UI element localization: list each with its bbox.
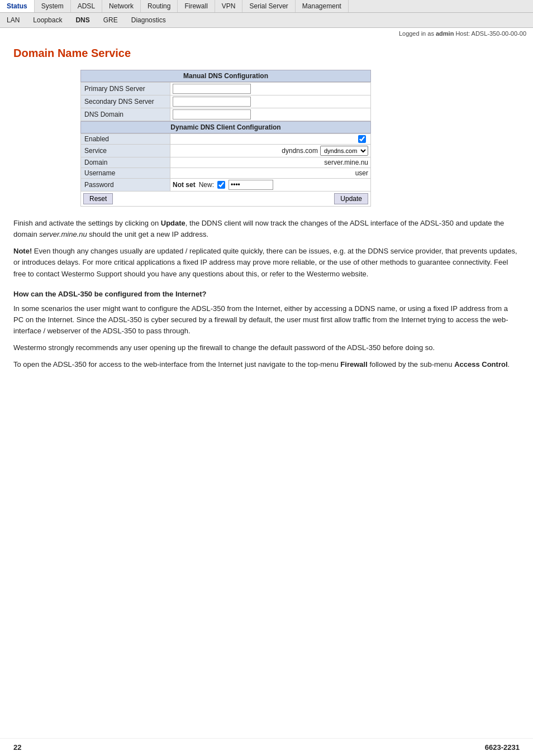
- login-host-label: Host:: [454, 30, 471, 37]
- footer-page-number: 22: [13, 743, 21, 752]
- login-host: ADSL-350-00-00-00: [472, 30, 526, 37]
- domain-value: server.mine.nu: [324, 159, 368, 166]
- dns-domain-label: DNS Domain: [81, 108, 170, 121]
- username-label: Username: [81, 168, 170, 179]
- domain-label: Domain: [81, 157, 170, 168]
- login-info: Logged in as admin Host: ADSL-350-00-00-…: [0, 28, 533, 38]
- nav-sub-gre[interactable]: GRE: [97, 14, 125, 26]
- manual-dns-table: Primary DNS Server Secondary DNS Server …: [80, 82, 371, 121]
- note-label: Note!: [13, 247, 32, 255]
- paragraph-1: Finish and activate the settings by clic…: [13, 218, 520, 240]
- service-value: dyndns.com: [282, 147, 318, 155]
- login-user: admin: [436, 30, 454, 37]
- domain-cell: server.mine.nu: [170, 157, 371, 168]
- not-set-label: Not set: [173, 181, 196, 189]
- section-heading: How can the ADSL-350 be configured from …: [13, 289, 520, 300]
- navigation-bar: Status System ADSL Network Routing Firew…: [0, 0, 533, 28]
- primary-dns-label: Primary DNS Server: [81, 83, 170, 95]
- nav-item-system[interactable]: System: [35, 0, 71, 12]
- table-row: Enabled: [81, 134, 371, 145]
- nav-sub-dns[interactable]: DNS: [69, 14, 96, 26]
- nav-sub-row: LAN Loopback DNS GRE Diagnostics: [0, 13, 533, 27]
- page-title: Domain Name Service: [13, 47, 520, 60]
- body-text: Finish and activate the settings by clic…: [13, 218, 520, 371]
- nav-sub-diagnostics[interactable]: Diagnostics: [125, 14, 173, 26]
- nav-item-vpn[interactable]: VPN: [215, 0, 243, 12]
- secondary-dns-input[interactable]: [173, 97, 251, 107]
- dns-domain-input[interactable]: [173, 109, 251, 119]
- nav-item-adsl[interactable]: ADSL: [71, 0, 102, 12]
- enabled-label: Enabled: [81, 134, 170, 145]
- dns-domain-value: [170, 108, 371, 121]
- paragraph-internet-2: Westermo strongly recommends any user op…: [13, 342, 520, 353]
- table-row: Primary DNS Server: [81, 83, 371, 95]
- manual-dns-header: Manual DNS Configuration: [80, 70, 371, 82]
- nav-item-management[interactable]: Management: [296, 0, 349, 12]
- secondary-dns-value: [170, 95, 371, 108]
- main-content: Domain Name Service Manual DNS Configura…: [0, 38, 533, 390]
- enabled-checkbox[interactable]: [358, 135, 366, 143]
- password-input[interactable]: [229, 180, 273, 190]
- dynamic-dns-table: Enabled Service dyndns.com dyndns.com no…: [80, 133, 371, 192]
- nav-top-row: Status System ADSL Network Routing Firew…: [0, 0, 533, 13]
- new-label: New:: [199, 181, 214, 189]
- username-cell: user: [170, 168, 371, 179]
- update-button[interactable]: Update: [334, 193, 368, 204]
- config-area: Manual DNS Configuration Primary DNS Ser…: [80, 70, 371, 207]
- primary-dns-value: [170, 83, 371, 95]
- paragraph-internet-3: To open the ADSL-350 for access to the w…: [13, 359, 520, 370]
- footer-doc-number: 6623-2231: [485, 743, 520, 752]
- nav-sub-lan[interactable]: LAN: [0, 14, 26, 26]
- italic-domain: server.mine.nu: [39, 230, 87, 238]
- buttons-row: Reset Update: [80, 192, 371, 207]
- paragraph-internet-1: In some scenarios the user might want to…: [13, 303, 520, 337]
- nav-sub-loopback[interactable]: Loopback: [26, 14, 69, 26]
- bold-update: Update: [161, 219, 185, 227]
- nav-item-status[interactable]: Status: [0, 0, 35, 12]
- nav-item-routing[interactable]: Routing: [141, 0, 178, 12]
- paragraph-note: Note! Even though any changes usually ar…: [13, 246, 520, 279]
- service-label: Service: [81, 145, 170, 157]
- password-label: Password: [81, 179, 170, 192]
- table-row: Domain server.mine.nu: [81, 157, 371, 168]
- bold-access-control: Access Control: [454, 360, 507, 369]
- table-row: Service dyndns.com dyndns.com no-ip.com …: [81, 145, 371, 157]
- new-password-checkbox[interactable]: [217, 181, 225, 189]
- secondary-dns-label: Secondary DNS Server: [81, 95, 170, 108]
- footer: 22 6623-2231: [0, 738, 533, 756]
- primary-dns-input[interactable]: [173, 84, 251, 94]
- nav-item-serial-server[interactable]: Serial Server: [242, 0, 295, 12]
- table-row: Username user: [81, 168, 371, 179]
- table-row: DNS Domain: [81, 108, 371, 121]
- service-cell: dyndns.com dyndns.com no-ip.com tzo.com: [170, 145, 371, 157]
- username-value: user: [355, 169, 368, 177]
- password-cell: Not set New:: [170, 179, 371, 192]
- reset-button[interactable]: Reset: [83, 193, 113, 204]
- nav-item-firewall[interactable]: Firewall: [178, 0, 215, 12]
- dynamic-dns-header: Dynamic DNS Client Configuration: [80, 121, 371, 133]
- table-row: Password Not set New:: [81, 179, 371, 192]
- service-select[interactable]: dyndns.com no-ip.com tzo.com: [320, 146, 368, 156]
- login-text: Logged in as: [399, 30, 436, 37]
- enabled-cell: [170, 134, 371, 145]
- table-row: Secondary DNS Server: [81, 95, 371, 108]
- bold-firewall: Firewall: [340, 360, 367, 369]
- nav-item-network[interactable]: Network: [102, 0, 141, 12]
